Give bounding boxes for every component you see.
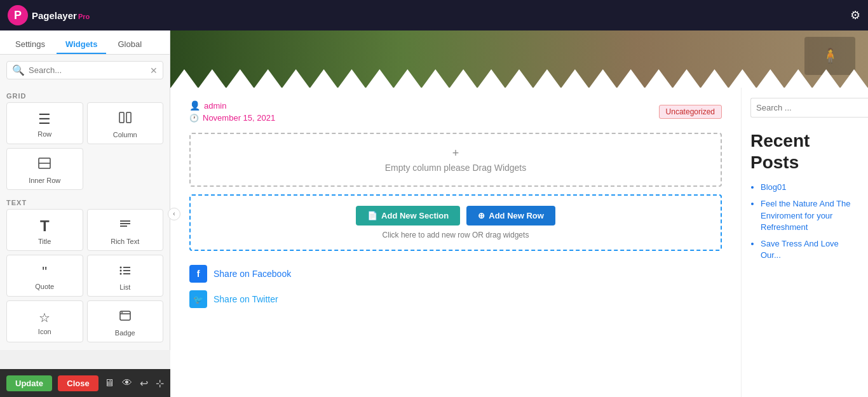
widget-inner-row[interactable]: Inner Row bbox=[6, 148, 83, 190]
main-content-area: 👤 admin 🕐 November 15, 2021 Uncategorize… bbox=[170, 88, 741, 397]
row-icon: ☰ bbox=[38, 111, 51, 128]
badge-icon bbox=[118, 309, 132, 326]
inner-row-label: Inner Row bbox=[29, 177, 60, 184]
meta-left: 👤 admin 🕐 November 15, 2021 bbox=[189, 100, 275, 123]
date-text: November 15, 2021 bbox=[203, 113, 275, 123]
collapse-sidebar-button[interactable]: ‹ bbox=[168, 208, 180, 220]
plus-circle-icon: ⊕ bbox=[478, 211, 485, 220]
add-row-button[interactable]: ⊕ Add New Row bbox=[466, 206, 555, 225]
grid-widgets: ☰ Row Column bbox=[6, 102, 163, 190]
right-search-input[interactable] bbox=[750, 98, 868, 118]
share-twitter-label: Share on Twitter bbox=[214, 294, 278, 304]
widget-search-area: 🔍 ✕ bbox=[0, 55, 170, 83]
grid-section-label: GRID bbox=[6, 87, 163, 102]
topbar: P PagelayerPro ⚙ bbox=[0, 0, 868, 30]
file-icon: 📄 bbox=[367, 211, 377, 220]
logo-icon: P bbox=[8, 5, 28, 25]
share-section: f Share on Facebook 🐦 Share on Twitter bbox=[189, 261, 722, 312]
sitemap-icon[interactable]: ⊹ bbox=[156, 377, 164, 389]
inner-row-icon bbox=[37, 156, 51, 174]
icon-label: Icon bbox=[38, 328, 51, 335]
right-sidebar: Search Recent Posts Blog01 Feel the Natu… bbox=[741, 88, 868, 397]
tab-global[interactable]: Global bbox=[109, 36, 151, 54]
drop-zone-text: Empty column please Drag Widgets bbox=[385, 163, 527, 173]
add-section-label: Add New Section bbox=[381, 211, 449, 220]
search-widget: Search bbox=[750, 98, 859, 118]
drop-zone: + Empty column please Drag Widgets bbox=[189, 133, 722, 187]
title-label: Title bbox=[38, 238, 51, 245]
logo: P PagelayerPro bbox=[8, 5, 90, 25]
share-twitter-button[interactable]: 🐦 Share on Twitter bbox=[189, 286, 722, 312]
plus-icon: + bbox=[203, 147, 708, 160]
search-icon: 🔍 bbox=[12, 64, 25, 76]
list-label: List bbox=[119, 283, 130, 291]
recent-post-item[interactable]: Feel the Nature And The Enviroment for y… bbox=[761, 198, 859, 233]
clear-search-button[interactable]: ✕ bbox=[150, 65, 158, 76]
add-section-hint: Click here to add new row OR drag widget… bbox=[201, 231, 710, 239]
logo-name: PagelayerPro bbox=[32, 10, 90, 21]
logo-pro-badge: Pro bbox=[78, 13, 90, 20]
text-section-label: TEXT bbox=[6, 194, 163, 209]
author-name: admin bbox=[204, 101, 226, 111]
svg-point-9 bbox=[119, 270, 121, 272]
gear-button[interactable]: ⚙ bbox=[850, 8, 860, 22]
widget-icon[interactable]: ☆ Icon bbox=[6, 300, 83, 342]
tab-widgets[interactable]: Widgets bbox=[57, 36, 106, 54]
clock-icon: 🕐 bbox=[189, 114, 199, 123]
column-icon bbox=[118, 111, 132, 128]
widget-badge[interactable]: Badge bbox=[87, 300, 164, 342]
widget-quote[interactable]: " Quote bbox=[6, 255, 83, 297]
share-facebook-label: Share on Facebook bbox=[214, 269, 291, 279]
tab-settings[interactable]: Settings bbox=[6, 36, 54, 54]
hero-image: 🧍 bbox=[170, 30, 868, 88]
rich-text-label: Rich Text bbox=[111, 238, 139, 245]
recent-post-item[interactable]: Save Tress And Love Our... bbox=[761, 238, 859, 261]
sidebar-wrapper: Settings Widgets Global 🔍 ✕ GRID ☰ Row bbox=[0, 30, 170, 397]
text-widgets: T Title Rich Text bbox=[6, 209, 163, 342]
post-author: 👤 admin bbox=[189, 100, 275, 111]
bottom-bar: Update Close 🖥 👁 ↩ ⊹ bbox=[0, 369, 170, 397]
canvas-area: 🧍 👤 admin 🕐 November 15, 2021 bbox=[170, 30, 868, 397]
widget-column[interactable]: Column bbox=[87, 102, 164, 144]
desktop-icon[interactable]: 🖥 bbox=[104, 377, 114, 389]
sidebar-tabs: Settings Widgets Global bbox=[0, 30, 170, 55]
bottom-icons: 🖥 👁 ↩ ⊹ bbox=[104, 377, 164, 389]
recent-posts-list: Blog01 Feel the Nature And The Enviromen… bbox=[750, 182, 859, 261]
share-facebook-button[interactable]: f Share on Facebook bbox=[189, 261, 722, 286]
svg-point-11 bbox=[119, 273, 121, 275]
add-section-area: 📄 Add New Section ⊕ Add New Row Click he… bbox=[189, 194, 722, 251]
page-content: 👤 admin 🕐 November 15, 2021 Uncategorize… bbox=[170, 88, 868, 397]
widget-rich-text[interactable]: Rich Text bbox=[87, 209, 164, 251]
svg-point-15 bbox=[121, 312, 123, 313]
sidebar: Settings Widgets Global 🔍 ✕ GRID ☰ Row bbox=[0, 30, 170, 350]
update-button[interactable]: Update bbox=[6, 375, 52, 391]
add-row-label: Add New Row bbox=[489, 211, 544, 220]
badge-label: Badge bbox=[115, 329, 135, 337]
svg-rect-0 bbox=[119, 112, 124, 123]
widget-list: GRID ☰ Row Column bbox=[0, 83, 170, 350]
list-icon bbox=[118, 263, 132, 281]
column-label: Column bbox=[113, 131, 137, 138]
user-icon: 👤 bbox=[189, 100, 200, 111]
recent-post-item[interactable]: Blog01 bbox=[761, 182, 859, 193]
close-button[interactable]: Close bbox=[58, 375, 98, 391]
post-date: 🕐 November 15, 2021 bbox=[189, 113, 275, 123]
history-icon[interactable]: ↩ bbox=[140, 377, 148, 389]
add-section-button[interactable]: 📄 Add New Section bbox=[356, 206, 460, 225]
recent-posts-title: Recent Posts bbox=[750, 130, 859, 173]
twitter-icon: 🐦 bbox=[189, 290, 207, 308]
row-label: Row bbox=[37, 130, 51, 138]
logo-name-text: Pagelayer bbox=[32, 10, 77, 21]
widget-list[interactable]: List bbox=[87, 255, 164, 297]
svg-point-7 bbox=[119, 267, 121, 269]
rich-text-icon bbox=[118, 217, 132, 235]
icon-icon: ☆ bbox=[39, 310, 50, 325]
widget-row[interactable]: ☰ Row bbox=[6, 102, 83, 144]
eye-icon[interactable]: 👁 bbox=[122, 377, 132, 389]
quote-icon: " bbox=[42, 264, 47, 280]
search-input[interactable] bbox=[29, 65, 146, 75]
title-icon: T bbox=[40, 217, 50, 235]
add-section-buttons: 📄 Add New Section ⊕ Add New Row bbox=[201, 206, 710, 225]
widget-title[interactable]: T Title bbox=[6, 209, 83, 251]
post-meta: 👤 admin 🕐 November 15, 2021 Uncategorize… bbox=[189, 100, 722, 123]
